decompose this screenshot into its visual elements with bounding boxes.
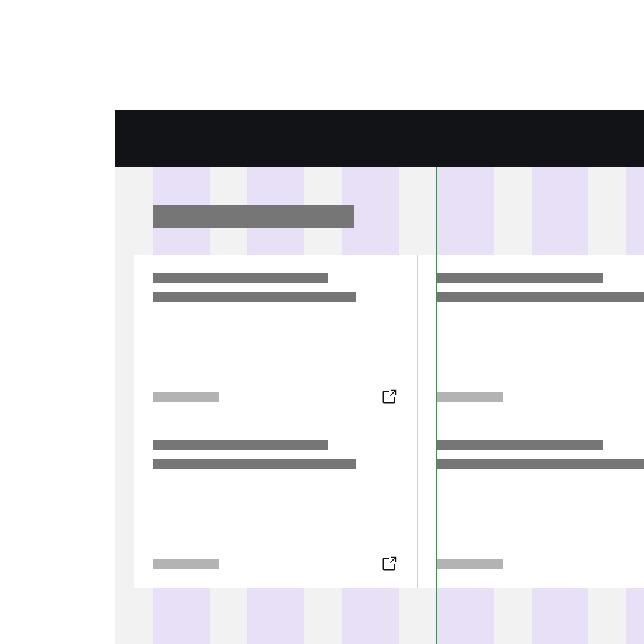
card-description-skeleton — [437, 292, 644, 302]
page-heading-skeleton — [153, 205, 354, 228]
card-title-skeleton — [437, 273, 603, 283]
card-title-skeleton — [437, 440, 603, 450]
card-meta-skeleton — [437, 392, 503, 402]
card-meta-skeleton — [153, 559, 219, 569]
card-meta-skeleton — [437, 559, 503, 569]
card-meta-skeleton — [153, 392, 219, 402]
card-grid — [134, 255, 644, 588]
alignment-guide-line — [436, 167, 437, 644]
card-description-skeleton — [153, 292, 356, 302]
page-canvas — [115, 110, 644, 644]
content-card[interactable] — [418, 255, 644, 421]
launch-icon — [381, 556, 397, 572]
card-description-skeleton — [153, 459, 356, 469]
content-card[interactable] — [134, 255, 418, 421]
launch-button[interactable] — [379, 388, 398, 407]
content-card[interactable] — [134, 421, 418, 588]
launch-icon — [381, 389, 397, 405]
content-card[interactable] — [418, 421, 644, 588]
card-title-skeleton — [153, 440, 328, 450]
card-description-skeleton — [437, 459, 644, 469]
launch-button[interactable] — [379, 555, 398, 574]
top-navigation-bar — [115, 110, 644, 167]
card-title-skeleton — [153, 273, 328, 283]
